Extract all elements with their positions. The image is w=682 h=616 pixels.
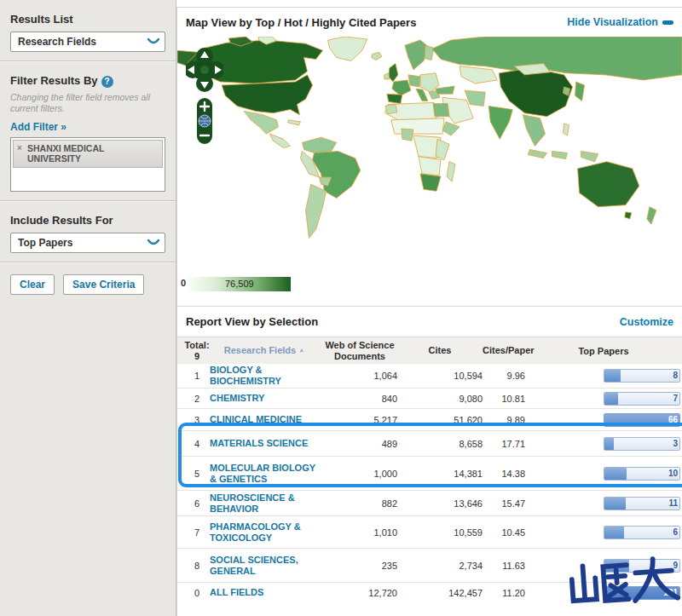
column-header-cites-paper[interactable]: Cites/Paper <box>483 345 525 356</box>
include-results-dropdown-value: Top Papers <box>18 237 72 249</box>
map-turkey <box>436 86 454 94</box>
clear-button[interactable]: Clear <box>10 274 55 295</box>
map-uk <box>389 64 398 82</box>
filter-note: Changing the filter field removes all cu… <box>10 92 165 114</box>
table-row[interactable]: 1 BIOLOGY & BIOCHEMISTRY 1,064 10,594 9.… <box>177 364 682 388</box>
table-row[interactable]: 0 ALL FIELDS 12,720 142,457 11.20 121 <box>177 582 682 602</box>
table-row[interactable]: 4 MATERIALS SCIENCE 489 8,658 17.71 3 <box>177 430 682 456</box>
table-row[interactable]: 6 NEUROSCIENCE & BEHAVIOR 882 13,646 15.… <box>177 490 682 515</box>
docs-value: 1,064 <box>322 371 397 381</box>
pan-control <box>186 48 223 92</box>
remove-filter-icon[interactable]: × <box>17 143 22 153</box>
results-list-dropdown[interactable]: Research Fields <box>10 32 165 52</box>
top-papers-bar: 6 <box>604 526 680 539</box>
map-indonesia <box>552 151 567 158</box>
chevron-down-icon <box>147 239 159 247</box>
field-link[interactable]: SOCIAL SCIENCES, GENERAL <box>210 555 298 576</box>
map-germany <box>408 75 420 87</box>
field-link[interactable]: ALL FIELDS <box>210 587 263 597</box>
save-criteria-button[interactable]: Save Criteria <box>63 274 144 295</box>
cites-per-paper-value: 17.71 <box>483 439 525 449</box>
map-colombia-venezuela <box>302 137 336 153</box>
total-count: Total: 9 <box>184 340 210 361</box>
table-row[interactable]: 3 CLINICAL MEDICINE 5,217 51,620 9.89 66 <box>177 408 682 430</box>
report-header: Report View by Selection Customize <box>177 306 682 337</box>
column-header-cites[interactable]: Cites <box>397 345 483 356</box>
customize-link[interactable]: Customize <box>620 316 673 328</box>
column-header-top-papers[interactable]: Top Papers <box>525 346 682 356</box>
map-controls[interactable] <box>186 47 223 147</box>
map-indonesia <box>528 149 546 158</box>
minus-icon <box>662 20 673 25</box>
research-fields-sort-link[interactable]: Research Fields <box>224 345 296 355</box>
chevron-down-icon <box>147 37 159 46</box>
field-link[interactable]: PHARMACOLOGY & TOXICOLOGY <box>210 521 301 543</box>
world-map[interactable]: 0 76,509 <box>177 37 682 306</box>
top-papers-value: 121 <box>663 588 678 597</box>
cites-per-paper-value: 10.81 <box>483 394 525 404</box>
row-rank: 4 <box>184 439 210 449</box>
map-australia <box>578 162 639 207</box>
choropleth-map[interactable] <box>177 37 682 267</box>
column-header-documents[interactable]: Web of Science Documents <box>322 340 397 361</box>
table-header-row: Total: 9 Research Fields ▲ Web of Scienc… <box>177 337 682 364</box>
hide-visualization-link[interactable]: Hide Visualization <box>567 16 673 28</box>
map-sahel <box>391 118 444 134</box>
legend-max: 76,509 <box>225 279 254 289</box>
table-row[interactable]: 7 PHARMACOLOGY & TOXICOLOGY 1,010 10,559… <box>177 515 682 548</box>
total-value: 9 <box>194 351 199 361</box>
map-legend: 0 76,509 <box>181 277 300 292</box>
map-title: Map View by Top / Hot / Highly Cited Pap… <box>186 16 416 29</box>
cites-value: 13,646 <box>397 498 483 509</box>
docs-value: 489 <box>322 439 397 449</box>
top-papers-value: 7 <box>673 394 678 403</box>
top-papers-value: 6 <box>673 527 678 537</box>
cites-per-paper-value: 11.63 <box>483 561 525 571</box>
filter-results-label: Filter Results By <box>10 74 98 87</box>
top-papers-bar: 11 <box>604 497 680 510</box>
row-rank: 0 <box>184 588 210 598</box>
table-row[interactable]: 5 MOLECULAR BIOLOGY & GENETICS 1,000 14,… <box>177 456 682 490</box>
top-papers-value: 3 <box>673 439 678 448</box>
column-header-research-fields[interactable]: Research Fields ▲ <box>210 345 322 356</box>
cites-value: 10,594 <box>397 371 483 381</box>
help-icon[interactable]: ? <box>101 76 113 88</box>
row-rank: 6 <box>184 498 210 509</box>
top-papers-value: 9 <box>673 561 678 570</box>
map-header: Map View by Top / Hot / Highly Cited Pap… <box>177 8 682 37</box>
filter-chip[interactable]: × SHANXI MEDICAL UNIVERSITY <box>13 140 163 168</box>
row-rank: 8 <box>184 561 210 571</box>
map-new-guinea <box>581 151 598 161</box>
docs-value: 1,000 <box>322 469 397 479</box>
map-iceland <box>372 52 382 60</box>
map-central-america <box>269 134 290 147</box>
cites-per-paper-value: 9.96 <box>483 371 525 381</box>
docs-value: 5,217 <box>322 415 397 425</box>
top-papers-bar: 66 <box>604 413 680 427</box>
docs-value: 12,720 <box>322 588 397 598</box>
include-results-dropdown[interactable]: Top Papers <box>10 233 165 253</box>
table-row[interactable]: 2 CHEMISTRY 840 9,080 10.81 7 <box>177 388 682 408</box>
table-row[interactable]: 8 SOCIAL SCIENCES, GENERAL 235 2,734 11.… <box>177 548 682 582</box>
map-kazakhstan <box>459 66 497 83</box>
report-table: Total: 9 Research Fields ▲ Web of Scienc… <box>177 337 682 602</box>
field-link[interactable]: NEUROSCIENCE & BEHAVIOR <box>210 492 295 514</box>
field-link[interactable]: BIOLOGY & BIOCHEMISTRY <box>210 365 281 386</box>
map-india <box>488 107 512 140</box>
map-new-zealand <box>647 207 656 224</box>
map-finland <box>425 45 434 60</box>
field-link[interactable]: MATERIALS SCIENCE <box>210 438 308 448</box>
add-filter-link[interactable]: Add Filter » <box>10 121 66 133</box>
row-rank: 1 <box>184 371 210 381</box>
field-link[interactable]: CHEMISTRY <box>210 393 264 403</box>
hide-visualization-label: Hide Visualization <box>567 16 658 28</box>
map-greenland <box>328 37 367 61</box>
field-link[interactable]: MOLECULAR BIOLOGY & GENETICS <box>210 463 315 484</box>
top-papers-bar: 10 <box>604 467 680 481</box>
filter-chip-label: SHANXI MEDICAL UNIVERSITY <box>27 143 104 164</box>
results-list-title: Results List <box>10 0 165 26</box>
cites-value: 9,080 <box>397 394 483 404</box>
field-link[interactable]: CLINICAL MEDICINE <box>210 414 302 424</box>
map-southeast-asia <box>523 115 545 147</box>
cites-per-paper-value: 11.20 <box>483 588 525 598</box>
